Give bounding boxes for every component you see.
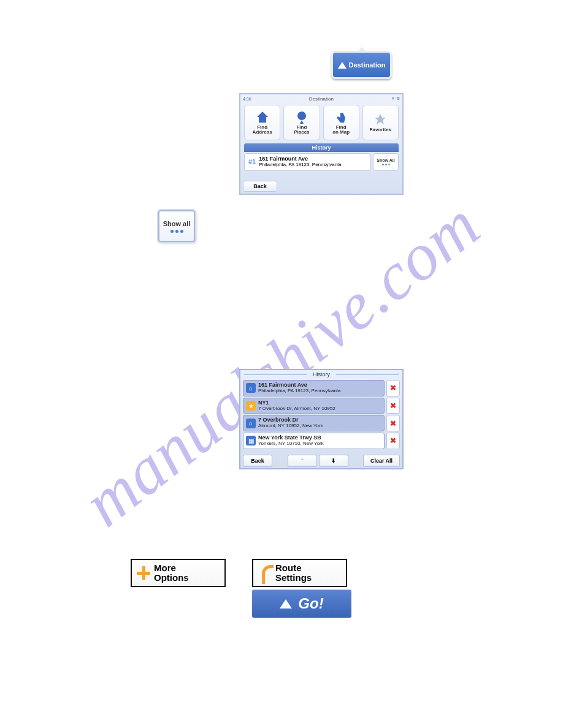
road-icon: ▦ <box>246 436 256 446</box>
house-icon <box>256 110 269 124</box>
svg-point-1 <box>297 112 306 120</box>
dest-icon-grid: Find Address Find Places Find on Map Fav… <box>240 103 402 142</box>
show-all-tile[interactable]: Show all <box>158 210 195 242</box>
find-places-label: Find Places <box>294 125 309 135</box>
home-icon: ⌂ <box>246 383 256 393</box>
find-address-button[interactable]: Find Address <box>244 105 280 140</box>
history-footer: Back ⌃ ⬇ Clear All <box>240 453 402 468</box>
star-icon: ★ <box>246 401 256 411</box>
more-options-label: More Options <box>154 563 189 583</box>
svg-marker-3 <box>375 114 386 124</box>
history-row: ⌂ 7 Overbrook DrAirmont, NY 10952, New Y… <box>243 415 400 431</box>
history-entry[interactable]: ★ NY17 Overbrook Dr, Airmont, NY 10952 <box>243 398 385 414</box>
delete-button[interactable]: ✖ <box>386 380 400 396</box>
destination-button[interactable]: Destination <box>331 51 392 79</box>
arrow-up-icon <box>338 62 347 69</box>
scroll-down-button[interactable]: ⬇ <box>319 455 348 467</box>
plus-icon <box>137 566 150 580</box>
history-row: ⌂ 161 Fairmount AvePhiladelphia, PA 1912… <box>243 380 400 396</box>
history-entry-text: 161 Fairmount AvePhiladelphia, PA 19123,… <box>258 382 340 394</box>
history-rank: #1 <box>248 158 256 165</box>
more-options-button[interactable]: More Options <box>131 559 226 587</box>
find-address-label: Find Address <box>253 125 272 135</box>
delete-button[interactable]: ✖ <box>386 415 400 431</box>
watermark: manualshive.com <box>69 186 494 542</box>
clear-all-button[interactable]: Clear All <box>363 455 400 467</box>
scroll-up-button[interactable]: ⌃ <box>288 455 317 467</box>
find-on-map-label: Find on Map <box>332 125 350 135</box>
hand-icon <box>334 110 348 124</box>
history-item-text: 161 Fairmount Ave Philadelphia, PA 19123… <box>259 156 341 168</box>
chevron-up-icon: ⌃ <box>300 458 305 464</box>
history-entry[interactable]: ⌂ 161 Fairmount AvePhiladelphia, PA 1912… <box>243 380 385 396</box>
home-icon: ⌂ <box>246 419 256 428</box>
history-row: ▦ New York State Trwy SBYonkers, NY 1071… <box>243 433 400 449</box>
back-button[interactable]: Back <box>243 455 272 467</box>
history-entry-text: New York State Trwy SBYonkers, NY 10710,… <box>258 435 324 447</box>
go-button[interactable]: Go! <box>252 590 351 618</box>
delete-button[interactable]: ✖ <box>386 433 400 449</box>
history-screen: History ⌂ 161 Fairmount AvePhiladelphia,… <box>239 369 404 469</box>
balloon-icon <box>295 110 308 124</box>
svg-marker-0 <box>257 112 268 123</box>
go-label: Go! <box>298 595 323 612</box>
time-label: 4:36 <box>243 97 251 101</box>
find-places-button[interactable]: Find Places <box>283 105 320 140</box>
arrow-up-icon <box>280 599 292 609</box>
back-button[interactable]: Back <box>243 181 277 192</box>
show-all-button[interactable]: Show All <box>373 153 399 171</box>
favorites-label: Favorites <box>370 127 392 132</box>
destination-screen: 4:36 Destination ✕ ⚙ Find Address Find P… <box>239 93 404 195</box>
history-bar: History <box>244 143 399 152</box>
history-list: ⌂ 161 Fairmount AvePhiladelphia, PA 1912… <box>240 379 402 450</box>
svg-marker-2 <box>300 120 304 124</box>
dots-icon <box>382 164 390 165</box>
route-icon <box>258 564 272 582</box>
route-settings-label: Route Settings <box>275 563 312 583</box>
history-entry-text: 7 Overbrook DrAirmont, NY 10952, New Yor… <box>258 417 323 429</box>
star-icon <box>373 113 387 126</box>
history-entry[interactable]: ▦ New York State Trwy SBYonkers, NY 1071… <box>243 433 385 449</box>
history-item[interactable]: #1 161 Fairmount Ave Philadelphia, PA 19… <box>244 153 370 171</box>
history-entry-text: NY17 Overbrook Dr, Airmont, NY 10952 <box>258 400 335 412</box>
dest-topbar: 4:36 Destination ✕ ⚙ <box>240 94 402 103</box>
history-entry[interactable]: ⌂ 7 Overbrook DrAirmont, NY 10952, New Y… <box>243 415 385 431</box>
history-screen-title: History <box>240 370 402 379</box>
route-settings-button[interactable]: Route Settings <box>252 559 347 587</box>
favorites-button[interactable]: Favorites <box>362 105 399 140</box>
show-all-tile-label: Show all <box>163 220 191 227</box>
show-all-label: Show All <box>377 158 394 162</box>
status-icons: ✕ ⚙ <box>391 96 400 101</box>
chevron-down-icon: ⬇ <box>331 458 336 464</box>
dots-icon <box>170 230 183 233</box>
find-on-map-button[interactable]: Find on Map <box>323 105 359 140</box>
history-row: #1 161 Fairmount Ave Philadelphia, PA 19… <box>244 153 399 171</box>
dest-screen-title: Destination <box>253 96 389 102</box>
history-row: ★ NY17 Overbrook Dr, Airmont, NY 10952 ✖ <box>243 398 400 414</box>
delete-button[interactable]: ✖ <box>386 398 400 414</box>
destination-button-label: Destination <box>349 61 386 69</box>
